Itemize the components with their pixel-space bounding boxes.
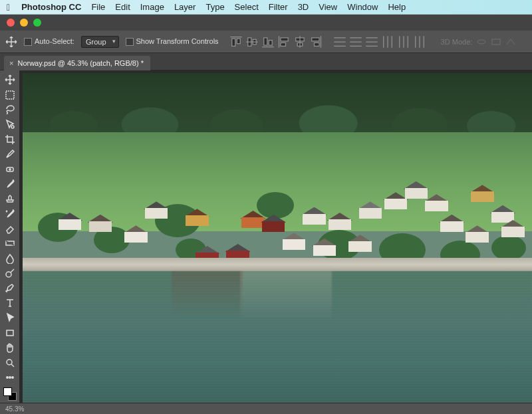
brush-tool[interactable] [1,177,19,191]
align-top-edges-icon[interactable] [229,35,243,49]
auto-select-dropdown[interactable]: Group [81,36,119,48]
document-tab-bar: × Norway.psd @ 45.3% (patch, RGB/8) * [0,53,532,70]
align-right-edges-icon[interactable] [309,35,323,49]
menu-layer[interactable]: Layer [174,2,196,12]
rectangular-marquee-tool[interactable] [1,88,19,101]
zoom-tool[interactable] [1,356,19,369]
type-tool[interactable] [1,296,19,310]
window-zoom-icon[interactable] [33,19,41,27]
menu-help[interactable]: Help [388,2,406,12]
menu-view[interactable]: View [319,2,337,12]
distribute-group [333,35,426,49]
menu-select[interactable]: Select [235,2,259,12]
distribute-vcenter-icon[interactable] [349,35,362,49]
align-vertical-centers-icon[interactable] [245,35,259,49]
rectangle-tool[interactable] [1,326,19,340]
blur-tool[interactable] [1,252,19,265]
orbit-3d-icon[interactable] [476,37,487,47]
menu-edit[interactable]: Edit [115,2,130,12]
menu-window[interactable]: Window [347,2,378,12]
scene-house [440,215,463,232]
scene-house [329,213,351,230]
window-chrome [0,15,532,31]
svg-point-6 [6,272,11,277]
canvas-area[interactable] [20,70,532,403]
distribute-top-icon[interactable] [333,35,346,49]
scene-house [145,201,168,219]
status-zoom[interactable]: 45.3% [5,405,24,413]
scene-forest-top [23,73,532,139]
lasso-tool[interactable] [1,103,19,116]
distribute-right-icon[interactable] [413,35,426,49]
align-group [229,35,323,49]
document-tab-title: Norway.psd @ 45.3% (patch, RGB/8) * [17,59,143,67]
align-bottom-edges-icon[interactable] [261,35,275,49]
quick-select-tool[interactable] [1,118,19,131]
spot-healing-tool[interactable] [1,162,19,175]
app-name[interactable]: Photoshop CC [21,2,81,12]
menu-file[interactable]: File [91,2,105,12]
clone-stamp-tool[interactable] [1,192,19,205]
distribute-hcenter-icon[interactable] [397,35,410,49]
slide-3d-icon[interactable] [505,37,516,47]
document-tab[interactable]: × Norway.psd @ 45.3% (patch, RGB/8) * [4,56,150,70]
show-transform-checkbox[interactable]: Show Transform Controls [126,37,219,46]
scene-village [23,172,532,264]
move-tool[interactable] [1,73,19,86]
crop-tool[interactable] [1,133,19,146]
distribute-left-icon[interactable] [381,35,394,49]
scene-house [283,233,305,250]
hand-tool[interactable] [1,341,19,354]
eyedropper-tool[interactable] [1,148,19,161]
scene-house [348,235,371,252]
scene-house [471,185,493,202]
svg-point-11 [11,377,13,378]
mode-3d-group: 3D Mode: [441,37,517,47]
menu-filter[interactable]: Filter [269,2,288,12]
tools-panel [0,70,20,403]
history-brush-tool[interactable] [1,207,19,221]
svg-point-0 [477,40,485,44]
eraser-tool[interactable] [1,222,19,235]
color-swatches[interactable] [1,385,19,403]
scene-house [124,225,147,243]
scene-house [359,201,382,219]
menu-3d[interactable]: 3D [298,2,309,12]
menu-type[interactable]: Type [205,2,224,12]
close-tab-icon[interactable]: × [9,59,13,67]
window-close-icon[interactable] [7,19,15,27]
window-minimize-icon[interactable] [20,19,28,27]
pen-tool[interactable] [1,281,19,294]
edit-toolbar-icon[interactable] [1,371,19,384]
distribute-bottom-icon[interactable] [365,35,378,49]
macos-menubar:  Photoshop CC File Edit Image Layer Typ… [0,0,532,15]
workspace [0,70,532,403]
pan-3d-icon[interactable] [491,37,501,47]
scene-house [59,213,81,230]
menu-image[interactable]: Image [140,2,164,12]
move-tool-indicator-icon[interactable] [5,36,17,48]
foreground-color-swatch[interactable] [3,387,12,396]
mode-3d-label: 3D Mode: [441,38,473,46]
align-left-edges-icon[interactable] [277,35,291,49]
scene-house [89,215,112,232]
path-select-tool[interactable] [1,311,19,324]
dodge-tool[interactable] [1,266,19,280]
svg-point-10 [9,377,10,378]
svg-point-8 [7,360,12,365]
scene-house [384,192,407,209]
svg-point-3 [11,126,14,128]
scene-house [303,207,325,225]
scene-house [501,220,524,237]
apple-logo-icon[interactable]:  [7,2,10,13]
svg-rect-7 [7,330,13,336]
scene-house [466,225,488,243]
svg-rect-1 [492,39,500,45]
auto-select-label: Auto-Select: [35,37,74,45]
auto-select-checkbox[interactable]: Auto-Select: [24,37,74,46]
scene-house [313,239,336,256]
scene-house [405,181,428,199]
document-canvas[interactable] [23,73,532,403]
align-horizontal-centers-icon[interactable] [293,35,307,49]
gradient-tool[interactable] [1,237,19,250]
